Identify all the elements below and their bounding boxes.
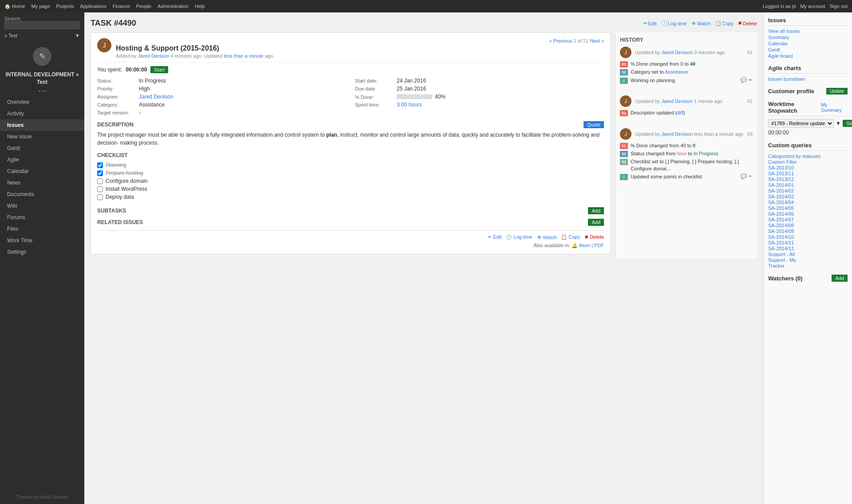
comment-icon-1[interactable]: 💬 bbox=[741, 77, 747, 83]
query-sa-2014-07[interactable]: SA-2014/07 bbox=[768, 217, 848, 222]
sidebar-item-forums[interactable]: Forums bbox=[0, 212, 84, 223]
edit-link[interactable]: ✏ Edit bbox=[643, 20, 657, 26]
history-avatar-3: J bbox=[620, 128, 631, 140]
worktime-select[interactable]: #1789 - Redmine update bbox=[768, 119, 834, 128]
query-sa-2014-06[interactable]: SA-2014/06 bbox=[768, 211, 848, 217]
gantt-link[interactable]: Gantt bbox=[768, 47, 848, 52]
worktime-start-button[interactable]: Start bbox=[843, 120, 852, 127]
agile-board-link[interactable]: Agile board bbox=[768, 53, 848, 59]
assignee-link[interactable]: Jared Denison bbox=[139, 94, 173, 100]
query-categorized[interactable]: Categorized by statuses bbox=[768, 154, 848, 159]
project-selector[interactable]: » Test ▼ bbox=[0, 31, 84, 42]
sidebar-item-gantt[interactable]: Gantt bbox=[0, 142, 84, 154]
history-author-1[interactable]: Jared Denison bbox=[661, 50, 693, 55]
bottom-edit-link[interactable]: ✏ Edit bbox=[488, 234, 501, 240]
start-button[interactable]: Start bbox=[150, 66, 168, 73]
query-sa-2014-10[interactable]: SA-2014/10 bbox=[768, 234, 848, 240]
history-author-3[interactable]: Jared Denison bbox=[661, 131, 693, 137]
query-sa-2013-10[interactable]: SA-2013/10 bbox=[768, 165, 848, 170]
nav-people[interactable]: People bbox=[136, 4, 151, 9]
edit-comment-icon-1[interactable]: ✏ bbox=[749, 77, 753, 83]
view-all-issues-link[interactable]: View all issues bbox=[768, 28, 848, 34]
search-input[interactable] bbox=[4, 21, 80, 29]
sidebar-item-agile[interactable]: Agile bbox=[0, 154, 84, 165]
sidebar-item-wiki[interactable]: Wiki bbox=[0, 200, 84, 212]
atom-link[interactable]: Atom bbox=[579, 243, 590, 248]
delete-link[interactable]: ✖ Delete bbox=[738, 20, 757, 26]
query-support-all[interactable]: Support - All bbox=[768, 252, 848, 257]
my-account-link[interactable]: My account bbox=[800, 4, 825, 9]
watch-link[interactable]: 👁 Watch bbox=[691, 21, 711, 26]
nav-mypage[interactable]: My page bbox=[31, 4, 50, 9]
sidebar-item-documents[interactable]: Documents bbox=[0, 189, 84, 200]
query-sa-2014-12[interactable]: SA-2014/12 bbox=[768, 246, 848, 251]
bottom-copy-link[interactable]: 📋 Copy bbox=[561, 234, 580, 240]
author-link[interactable]: Jared Denison bbox=[138, 53, 170, 59]
checklist-checkbox-prepare[interactable] bbox=[97, 170, 103, 176]
bottom-delete-link[interactable]: ✖ Delete bbox=[584, 234, 604, 240]
nav-help[interactable]: Help bbox=[195, 4, 205, 9]
query-sa-2014-01[interactable]: SA-2014/01 bbox=[768, 182, 848, 188]
nav-applications[interactable]: Applications bbox=[80, 4, 106, 9]
sidebar-item-overview[interactable]: Overview bbox=[0, 96, 84, 108]
nav-administration[interactable]: Administration bbox=[158, 4, 189, 9]
query-sa-2014-03[interactable]: SA-2014/03 bbox=[768, 194, 848, 199]
nav-home[interactable]: 🏠 Home bbox=[4, 4, 25, 9]
sidebar-item-calendar[interactable]: Calendar bbox=[0, 165, 84, 177]
worktime-header: Worktime Stopwatch My Summary bbox=[768, 101, 848, 114]
query-tracker[interactable]: Tracker bbox=[768, 263, 848, 268]
add-related-button[interactable]: Add bbox=[588, 219, 604, 226]
summary-link[interactable]: Summary bbox=[768, 35, 848, 40]
spent-time-link[interactable]: 3.00 hours bbox=[397, 102, 422, 108]
nav-finance[interactable]: Finance bbox=[113, 4, 130, 9]
sidebar-item-new-issue[interactable]: New issue bbox=[0, 131, 84, 142]
add-subtask-button[interactable]: Add bbox=[588, 207, 604, 214]
query-sa-2014-05[interactable]: SA-2014/05 bbox=[768, 205, 848, 211]
update-button[interactable]: Update bbox=[826, 88, 848, 94]
next-issue-link[interactable]: Next » bbox=[590, 38, 604, 43]
query-sa-2014-11[interactable]: SA-2014/11 bbox=[768, 240, 848, 245]
issues-burndown-link[interactable]: Issues burndown bbox=[768, 76, 848, 82]
query-sa-2014-02[interactable]: SA-2014/02 bbox=[768, 188, 848, 193]
pdf-link[interactable]: PDF bbox=[594, 243, 604, 248]
sidebar-item-settings[interactable]: Settings bbox=[0, 246, 84, 258]
calendar-link[interactable]: Calendar bbox=[768, 41, 848, 46]
query-custom-filter[interactable]: Custom Filter bbox=[768, 159, 848, 165]
assignee-label: Assignee: bbox=[97, 94, 137, 99]
bottom-log-time-link[interactable]: 🕐 Log time bbox=[506, 234, 532, 240]
history-author-2[interactable]: Jared Denison bbox=[661, 98, 693, 104]
sign-out-link[interactable]: Sign out bbox=[830, 4, 848, 9]
sidebar-item-files[interactable]: Files bbox=[0, 223, 84, 235]
checklist-checkbox-wordpress[interactable] bbox=[97, 186, 103, 192]
history-entry-header-2: J Updated by Jared Denison 1 minute ago … bbox=[620, 95, 753, 107]
issue-title-area: « Previous 1 of 21 Next » Hosting & Supp… bbox=[116, 38, 604, 59]
diff-link[interactable]: diff bbox=[677, 110, 683, 115]
edit-comment-icon-3[interactable]: ✏ bbox=[749, 173, 753, 179]
checklist-checkbox-planning[interactable] bbox=[97, 162, 103, 168]
query-sa-2013-12[interactable]: SA-2013/12 bbox=[768, 177, 848, 182]
query-sa-2014-04[interactable]: SA-2014/04 bbox=[768, 200, 848, 205]
query-support-my[interactable]: Support - My bbox=[768, 257, 848, 263]
nav-projects[interactable]: Projects bbox=[56, 4, 74, 9]
sidebar-item-activity[interactable]: Activity bbox=[0, 108, 84, 119]
comment-icon-3[interactable]: 💬 bbox=[741, 173, 747, 179]
log-time-link[interactable]: 🕐 Log time bbox=[661, 20, 687, 26]
sidebar-item-worktime[interactable]: Work Time bbox=[0, 235, 84, 246]
assistance-link[interactable]: Assistance bbox=[665, 69, 688, 75]
my-summary-link[interactable]: My Summary bbox=[821, 102, 848, 113]
custom-queries-section: Custom queries Categorized by statuses C… bbox=[768, 142, 848, 268]
checklist-checkbox-deploy[interactable] bbox=[97, 194, 103, 200]
sidebar-item-issues[interactable]: Issues bbox=[0, 119, 84, 131]
query-sa-2014-08[interactable]: SA-2014/08 bbox=[768, 223, 848, 228]
bottom-watch-link[interactable]: 👁 Watch bbox=[537, 235, 557, 240]
prev-issue-link[interactable]: « Previous bbox=[549, 38, 572, 43]
checklist-checkbox-domain[interactable] bbox=[97, 178, 103, 184]
update-time-link[interactable]: less than a minute bbox=[224, 53, 263, 59]
history-num-2: #2 bbox=[747, 98, 753, 104]
query-sa-2013-11[interactable]: SA-2013/11 bbox=[768, 171, 848, 176]
quote-button[interactable]: Quote bbox=[584, 121, 604, 128]
sidebar-item-news[interactable]: News bbox=[0, 177, 84, 189]
query-sa-2014-09[interactable]: SA-2014/09 bbox=[768, 228, 848, 234]
add-watcher-button[interactable]: Add bbox=[832, 275, 848, 282]
copy-link[interactable]: 📋 Copy bbox=[715, 20, 734, 26]
